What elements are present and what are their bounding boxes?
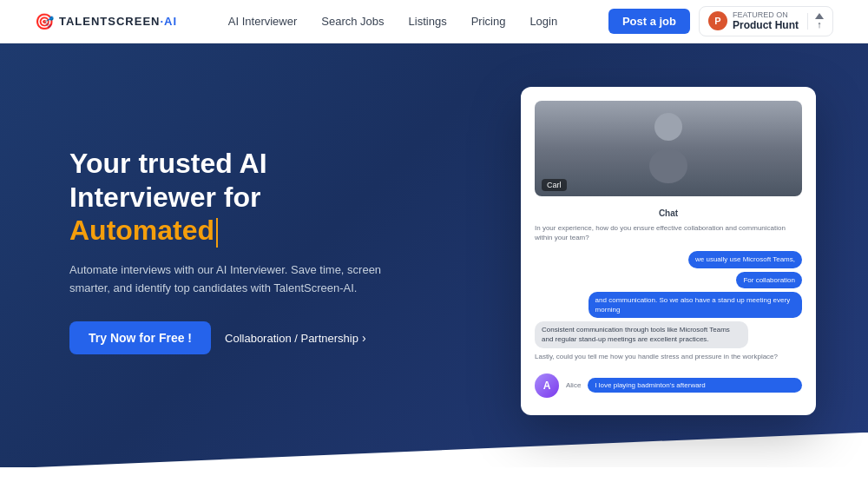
hero-demo-card: Carl Chat In your experience, how do you… [521,87,816,415]
logo[interactable]: 🎯 TALENTSCREEN·AI [35,12,177,31]
chat-panel: Chat In your experience, how do you ensu… [535,205,802,401]
video-background [535,101,802,196]
nav-links: AI Interviewer Search Jobs Listings Pric… [228,15,557,28]
chat-bubble-1: we usually use Microsoft Teams, [688,251,802,268]
product-hunt-vote[interactable]: ↑ [807,13,824,30]
features-section: Carl Chat Hi, I'm your AI... Goal to giv… [0,467,868,489]
answer-bubble: I love playing badminton's afterward [588,378,802,393]
post-job-button[interactable]: Post a job [608,9,690,34]
nav-ai-interviewer[interactable]: AI Interviewer [228,15,297,28]
product-hunt-text: FEATURED ON Product Hunt [733,10,799,31]
chat-messages: we usually use Microsoft Teams, For coll… [535,251,802,364]
vote-up-icon [815,13,824,19]
nav-pricing[interactable]: Pricing [471,15,506,28]
chat-bubble-2: For collaboration [736,272,802,288]
svg-point-0 [654,113,682,141]
product-hunt-badge[interactable]: P FEATURED ON Product Hunt ↑ [699,6,833,36]
logo-text: TALENTSCREEN·AI [59,15,177,28]
nav-actions: Post a job P FEATURED ON Product Hunt ↑ [608,6,833,36]
nav-listings[interactable]: Listings [409,15,447,28]
logo-icon: 🎯 [35,12,54,31]
chat-question: In your experience, how do you ensure ef… [535,223,802,242]
chat-bubble-3: and communication. So we also have a sta… [589,292,802,318]
video-preview: Carl [535,101,802,196]
hero-actions: Try Now for Free ! Collaboration / Partn… [69,321,399,354]
chat-header-label: Chat [535,208,802,218]
video-person-label: Carl [542,179,567,191]
nav-search-jobs[interactable]: Search Jobs [321,15,384,28]
login-button[interactable]: Login [529,15,557,28]
cursor-blink [216,218,218,248]
collab-button[interactable]: Collaboration / Partnership › [225,331,366,345]
hero-description: Automate interviews with our AI Intervie… [69,261,399,298]
product-hunt-icon: P [708,11,727,30]
person-silhouette [642,109,694,188]
try-now-button[interactable]: Try Now for Free ! [69,321,211,354]
candidate-name: Alice [566,381,581,389]
candidate-avatar: A [535,373,559,398]
navbar: 🎯 TALENTSCREEN·AI AI Interviewer Search … [0,0,868,43]
avatar-answer-row: A Alice I love playing badminton's after… [535,373,802,398]
chat-desc-bubble: Consistent communication through tools l… [535,321,748,347]
hero-highlight: Automated [69,215,214,246]
chat-question-2: Lastly, could you tell me how you handle… [535,352,802,361]
hero-title: Your trusted AI Interviewer for Automate… [69,147,399,247]
hero-content: Your trusted AI Interviewer for Automate… [69,147,399,354]
chevron-right-icon: › [362,331,366,345]
svg-point-1 [649,149,687,183]
hero-section: Your trusted AI Interviewer for Automate… [0,43,868,467]
